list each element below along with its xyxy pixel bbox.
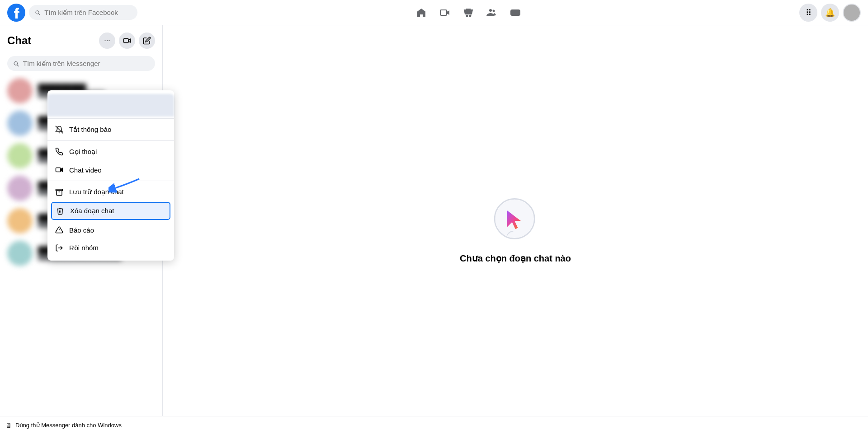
sidebar-search-input[interactable] bbox=[23, 60, 150, 67]
context-menu-divider bbox=[47, 140, 174, 141]
bell-off-icon bbox=[55, 125, 64, 134]
svg-point-3 bbox=[467, 15, 468, 16]
nav-home-button[interactable] bbox=[410, 2, 432, 23]
new-video-call-button[interactable] bbox=[119, 33, 135, 49]
nav-search-box[interactable] bbox=[29, 5, 137, 20]
more-options-button[interactable]: ··· bbox=[99, 33, 115, 49]
sidebar-header: Chat ··· bbox=[0, 25, 162, 52]
facebook-logo-icon[interactable] bbox=[7, 4, 25, 22]
avatar bbox=[7, 111, 33, 136]
video-icon bbox=[55, 165, 64, 174]
trash-icon bbox=[56, 206, 65, 215]
nav-bell-button[interactable]: 🔔 bbox=[821, 4, 839, 22]
avatar bbox=[7, 176, 33, 201]
nav-user-avatar[interactable] bbox=[843, 4, 861, 22]
nav-right: ⠿ 🔔 bbox=[799, 4, 861, 22]
bottom-banner-label: Dùng thử Messenger dành cho Windows bbox=[15, 422, 122, 429]
leave-icon bbox=[55, 243, 64, 252]
svg-marker-18 bbox=[61, 168, 63, 172]
context-menu-roi-nhom[interactable]: Rời nhóm bbox=[47, 239, 174, 257]
svg-rect-17 bbox=[56, 168, 61, 172]
sidebar-actions: ··· bbox=[99, 33, 155, 49]
alert-icon bbox=[55, 225, 64, 234]
avatar bbox=[7, 143, 33, 168]
bottom-banner[interactable]: 🖥 Dùng thử Messenger dành cho Windows bbox=[0, 416, 868, 434]
nav-gaming-button[interactable] bbox=[505, 2, 526, 23]
context-menu-item-label: Chat video bbox=[69, 166, 102, 174]
nav-grid-button[interactable]: ⠿ bbox=[799, 4, 817, 22]
context-menu-blur-top bbox=[47, 94, 174, 117]
svg-rect-19 bbox=[56, 189, 63, 191]
monitor-icon: 🖥 bbox=[5, 422, 12, 429]
search-icon bbox=[34, 9, 41, 16]
nav-left bbox=[7, 4, 137, 22]
svg-point-11 bbox=[517, 13, 518, 14]
svg-point-10 bbox=[517, 12, 518, 13]
arrow-annotation-icon bbox=[108, 175, 145, 193]
context-menu-item-label: Báo cáo bbox=[69, 226, 94, 234]
compose-button[interactable] bbox=[139, 33, 155, 49]
svg-point-6 bbox=[493, 9, 495, 12]
sidebar-search-icon bbox=[13, 60, 19, 67]
context-menu-tat-thong-bao[interactable]: Tắt thông báo bbox=[47, 121, 174, 139]
svg-marker-13 bbox=[128, 39, 131, 42]
context-menu-divider bbox=[47, 118, 174, 119]
svg-line-15 bbox=[17, 65, 19, 66]
context-menu-xoa-doan-chat[interactable]: Xóa đoạn chat bbox=[51, 202, 170, 220]
svg-line-16 bbox=[56, 126, 63, 134]
svg-rect-12 bbox=[124, 39, 129, 43]
empty-state-text: Chưa chọn đoạn chat nào bbox=[460, 253, 571, 264]
sidebar-search-box[interactable] bbox=[7, 56, 155, 71]
sidebar-title: Chat bbox=[7, 34, 31, 47]
nav-search-input[interactable] bbox=[44, 9, 132, 16]
context-menu-goi-thoai[interactable]: Gọi thoại bbox=[47, 143, 174, 161]
avatar bbox=[7, 208, 33, 233]
svg-rect-1 bbox=[440, 10, 447, 15]
nav-groups-button[interactable] bbox=[481, 2, 503, 23]
context-menu-item-label: Tắt thông báo bbox=[69, 126, 111, 134]
nav-marketplace-button[interactable] bbox=[458, 2, 479, 23]
context-menu-item-label: Gọi thoại bbox=[69, 148, 97, 156]
context-menu-item-label: Rời nhóm bbox=[69, 244, 99, 252]
context-menu-item-label: Xóa đoạn chat bbox=[70, 207, 114, 215]
avatar bbox=[7, 241, 33, 266]
context-menu-bao-cao[interactable]: Báo cáo bbox=[47, 221, 174, 239]
svg-point-14 bbox=[14, 61, 17, 65]
main-content: Chưa chọn đoạn chat nào bbox=[163, 25, 868, 434]
archive-icon bbox=[55, 187, 64, 196]
svg-point-4 bbox=[470, 15, 471, 16]
nav-center bbox=[410, 2, 526, 23]
avatar bbox=[7, 78, 33, 103]
empty-state-icon bbox=[491, 196, 540, 246]
nav-video-button[interactable] bbox=[434, 2, 456, 23]
phone-icon bbox=[55, 147, 64, 156]
svg-point-5 bbox=[489, 9, 492, 12]
top-nav: ⠿ 🔔 bbox=[0, 0, 868, 25]
